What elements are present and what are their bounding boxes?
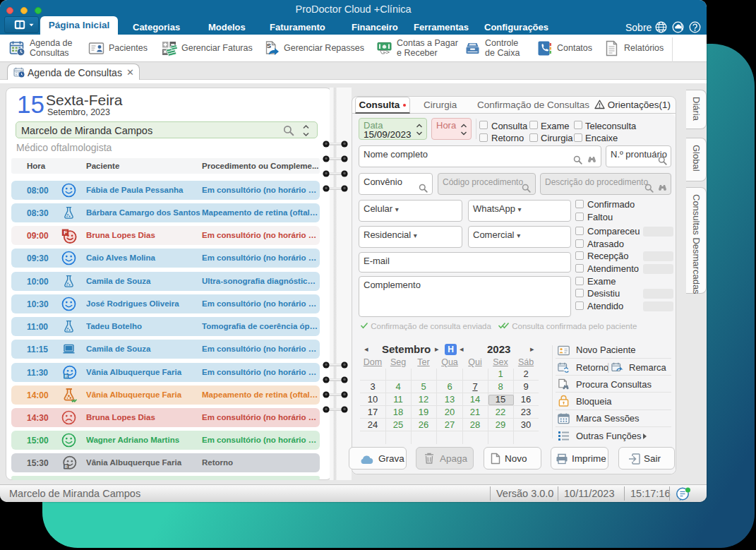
svg-text:R: R <box>65 465 68 469</box>
svg-text:R: R <box>65 374 68 378</box>
svg-text:S: S <box>267 41 271 49</box>
svg-text:F: F <box>64 229 67 236</box>
